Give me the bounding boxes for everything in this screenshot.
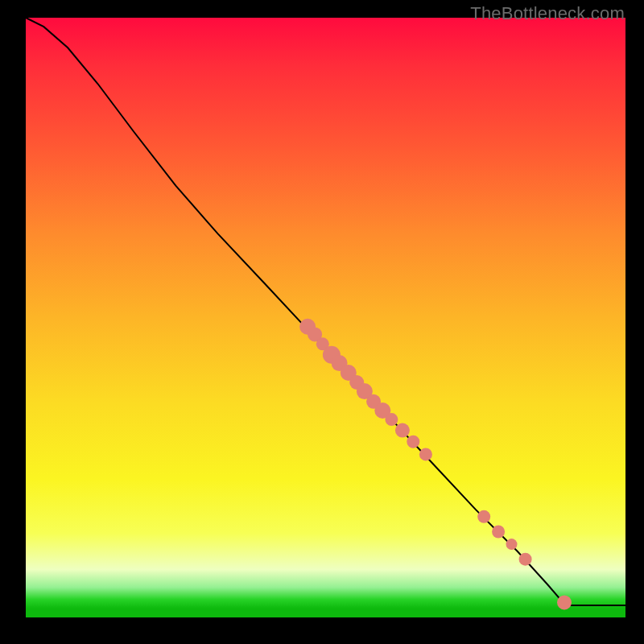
chart-svg: [26, 18, 625, 617]
watermark-text: TheBottleneck.com: [470, 3, 625, 24]
data-point: [519, 553, 532, 566]
data-point: [385, 413, 398, 426]
data-point: [395, 423, 410, 438]
chart-frame: TheBottleneck.com: [0, 0, 644, 644]
plot-area: [26, 18, 625, 617]
data-point: [492, 526, 505, 539]
curve-line: [26, 18, 625, 605]
data-point: [506, 539, 518, 550]
data-point: [407, 436, 419, 448]
data-point: [477, 510, 490, 523]
data-point: [419, 448, 432, 460]
data-point: [557, 595, 572, 609]
